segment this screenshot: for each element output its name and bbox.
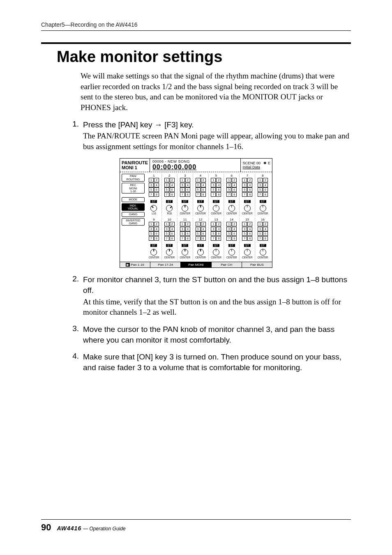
st-button[interactable]: ST (228, 200, 235, 203)
bus-assign-button[interactable]: 4 (170, 227, 175, 231)
bus-assign-button[interactable]: 8 (263, 192, 268, 197)
pan-knob[interactable] (166, 205, 173, 212)
pan-knob[interactable] (213, 249, 219, 256)
bus-assign-button[interactable]: 8 (170, 192, 175, 197)
bus-assign-button[interactable]: 3 (149, 227, 154, 231)
bus-assign-button[interactable]: 5 (149, 231, 154, 236)
bus-assign-button[interactable]: 8 (263, 236, 268, 241)
bus-assign-button[interactable]: 4 (263, 183, 268, 187)
bus-assign-button[interactable]: 3 (258, 227, 263, 231)
pan-knob[interactable] (244, 249, 251, 256)
bus-assign-button[interactable]: 4 (201, 227, 206, 231)
bus-assign-button[interactable]: 2 (232, 222, 237, 226)
bus-assign-button[interactable]: 5 (226, 231, 231, 236)
pan-knob[interactable] (260, 205, 266, 212)
bus-assign-button[interactable]: 3 (164, 183, 169, 187)
bus-assign-button[interactable]: 2 (170, 178, 175, 182)
side-rec-moni[interactable]: RECMONI1-16 (122, 183, 145, 193)
bus-assign-button[interactable]: 3 (211, 183, 216, 187)
bus-assign-button[interactable]: 3 (258, 183, 263, 187)
bus-assign-button[interactable]: 4 (232, 183, 237, 187)
side-gang[interactable]: GANG (122, 212, 145, 216)
bus-assign-button[interactable]: 2 (154, 178, 159, 182)
pan-knob[interactable] (228, 205, 235, 212)
bus-assign-button[interactable]: 1 (258, 178, 263, 182)
side-inverted-gang[interactable]: INVERTEDGANG (122, 218, 145, 226)
bus-assign-button[interactable]: 6 (154, 231, 159, 236)
bus-assign-button[interactable]: 1 (211, 178, 216, 182)
bus-assign-button[interactable]: 7 (211, 192, 216, 197)
bus-assign-button[interactable]: 4 (216, 227, 221, 231)
bus-assign-button[interactable]: 5 (164, 231, 169, 236)
bus-assign-button[interactable]: 1 (242, 222, 247, 226)
bus-assign-button[interactable]: 1 (226, 178, 231, 182)
bus-assign-button[interactable]: 6 (216, 187, 221, 192)
bus-assign-button[interactable]: 2 (263, 222, 268, 226)
bus-assign-button[interactable]: 3 (149, 183, 154, 187)
bus-assign-button[interactable]: 1 (196, 178, 201, 182)
bus-assign-button[interactable]: 2 (185, 222, 190, 226)
bus-assign-button[interactable]: 4 (170, 183, 175, 187)
bus-assign-button[interactable]: 1 (196, 222, 201, 226)
bus-assign-button[interactable]: 3 (164, 227, 169, 231)
bus-assign-button[interactable]: 8 (170, 236, 175, 241)
bus-assign-button[interactable]: 8 (185, 192, 190, 197)
bus-assign-button[interactable]: 1 (149, 222, 154, 226)
bus-assign-button[interactable]: 7 (149, 236, 154, 241)
st-button[interactable]: ST (150, 200, 157, 203)
st-button[interactable]: ST (197, 244, 204, 247)
pan-knob[interactable] (150, 249, 157, 256)
pan-knob[interactable] (197, 249, 204, 256)
bus-assign-button[interactable]: 7 (258, 192, 263, 197)
bus-assign-button[interactable]: 6 (247, 187, 252, 192)
bus-assign-button[interactable]: 5 (258, 187, 263, 192)
bus-assign-button[interactable]: 5 (180, 187, 185, 192)
bus-assign-button[interactable]: 5 (196, 187, 201, 192)
st-button[interactable]: ST (228, 244, 235, 247)
bus-assign-button[interactable]: 4 (247, 227, 252, 231)
bus-assign-button[interactable]: 1 (211, 222, 216, 226)
bus-assign-button[interactable]: 6 (232, 231, 237, 236)
st-button[interactable]: ST (197, 200, 204, 203)
bus-assign-button[interactable]: 4 (185, 227, 190, 231)
bus-assign-button[interactable]: 5 (242, 231, 247, 236)
bus-assign-button[interactable]: 4 (185, 183, 190, 187)
bus-assign-button[interactable]: 3 (196, 227, 201, 231)
bus-assign-button[interactable]: 8 (247, 236, 252, 241)
st-button[interactable]: ST (260, 200, 266, 203)
bus-assign-button[interactable]: 3 (226, 227, 231, 231)
tab-pan-17-24[interactable]: Pan 17-24 (150, 262, 181, 267)
bus-assign-button[interactable]: 1 (149, 178, 154, 182)
pan-knob[interactable] (150, 205, 157, 212)
bus-assign-button[interactable]: 4 (216, 183, 221, 187)
bus-assign-button[interactable]: 8 (216, 192, 221, 197)
bus-assign-button[interactable]: 7 (164, 236, 169, 241)
bus-assign-button[interactable]: 4 (154, 183, 159, 187)
bus-assign-button[interactable]: 8 (247, 192, 252, 197)
tab-pair-bus[interactable]: Pair BUS (242, 262, 272, 267)
pan-knob[interactable] (228, 249, 235, 256)
bus-assign-button[interactable]: 8 (201, 236, 206, 241)
bus-assign-button[interactable]: 2 (263, 178, 268, 182)
bus-assign-button[interactable]: 8 (185, 236, 190, 241)
bus-assign-button[interactable]: 8 (154, 236, 159, 241)
bus-assign-button[interactable]: 1 (164, 178, 169, 182)
bus-assign-button[interactable]: 4 (232, 227, 237, 231)
bus-assign-button[interactable]: 2 (170, 222, 175, 226)
bus-assign-button[interactable]: 1 (226, 222, 231, 226)
bus-assign-button[interactable]: 2 (216, 178, 221, 182)
bus-assign-button[interactable]: 6 (185, 231, 190, 236)
side-pan-routing[interactable]: PAN/ROUTING (122, 174, 145, 182)
bus-assign-button[interactable]: 2 (247, 178, 252, 182)
bus-assign-button[interactable]: 8 (232, 236, 237, 241)
bus-assign-button[interactable]: 6 (263, 231, 268, 236)
st-button[interactable]: ST (213, 200, 219, 203)
st-button[interactable]: ST (182, 200, 188, 203)
st-button[interactable]: ST (213, 244, 219, 247)
bus-assign-button[interactable]: 2 (216, 222, 221, 226)
bus-assign-button[interactable]: 2 (232, 178, 237, 182)
bus-assign-button[interactable]: 6 (185, 187, 190, 192)
st-button[interactable]: ST (182, 244, 188, 247)
bus-assign-button[interactable]: 3 (180, 183, 185, 187)
bus-assign-button[interactable]: 7 (180, 192, 185, 197)
